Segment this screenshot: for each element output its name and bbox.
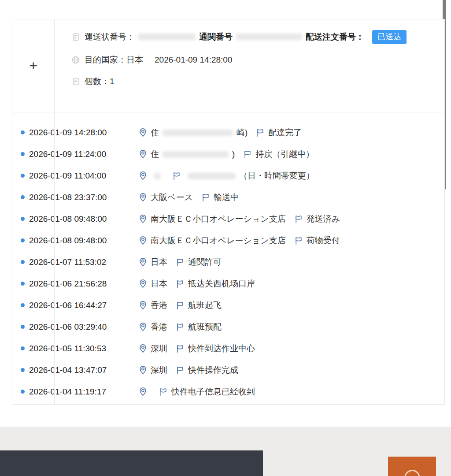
event-status: 配達完了	[268, 127, 302, 138]
timeline-dot	[21, 195, 25, 199]
event-time: 2026-01-04 13:47:07	[29, 365, 138, 375]
event-location-group: 住)	[138, 149, 235, 160]
timeline-dot	[21, 368, 25, 372]
location-pin-icon	[138, 214, 148, 223]
flag-icon	[176, 323, 185, 331]
timeline-row: 2026-01-06 03:29:40 香港 航班预配	[12, 316, 444, 338]
event-time: 2026-01-08 23:37:00	[29, 193, 138, 202]
event-status: 快件到达作业中心	[188, 343, 255, 354]
timeline-dot	[21, 390, 25, 394]
event-location: 深圳	[151, 343, 167, 354]
flag-icon	[176, 344, 185, 353]
event-time: 2026-01-05 11:30:53	[29, 344, 138, 353]
status-badge: 已送达	[372, 30, 407, 44]
timeline-dot	[21, 174, 25, 178]
event-time: 2026-01-08 09:48:00	[29, 214, 138, 224]
flag-icon	[201, 193, 210, 202]
location-pin-icon	[138, 257, 148, 267]
event-time: 2026-01-06 03:29:40	[29, 322, 138, 332]
flag-icon	[176, 301, 185, 310]
timeline: 2026-01-09 14:28:00 住崎) 配達完了 2026-01-09 …	[12, 112, 444, 404]
customs-value-redacted	[236, 33, 302, 40]
flag-icon	[243, 150, 252, 159]
location-pin-icon	[138, 128, 148, 137]
event-location-group: 日本	[138, 278, 167, 290]
timeline-row: 2026-01-06 21:56:28 日本 抵达关西机场口岸	[12, 273, 444, 294]
event-location-group: 住崎)	[138, 127, 248, 138]
expand-button[interactable]: +	[29, 59, 37, 73]
event-status-group: 配達完了	[256, 127, 302, 138]
waybill-row: 運送状番号： 通関番号 配送注文番号： 已送达	[71, 30, 444, 44]
service-icon	[404, 470, 420, 476]
event-status: 抵达关西机场口岸	[188, 278, 255, 290]
redacted-text	[163, 130, 233, 136]
tracking-card: + 運送状番号： 通関番号 配送注文番号： 已送达 目的国家：日本 20	[12, 19, 445, 405]
timeline-dot	[21, 217, 25, 221]
event-location: 南大阪ＥＣ小口オペレーション支店	[151, 213, 286, 225]
location-pin-icon	[138, 301, 148, 310]
document-icon	[71, 77, 80, 86]
event-status-group: 航班预配	[176, 321, 222, 333]
event-status: 輸送中	[214, 192, 239, 203]
event-status: 発送済み	[307, 213, 340, 225]
flag-icon	[294, 236, 303, 245]
customs-label: 通関番号	[199, 31, 233, 43]
event-time: 2026-01-06 21:56:28	[29, 279, 138, 289]
event-status: 持戻（引継中）	[255, 149, 314, 160]
flag-icon	[176, 366, 185, 375]
event-status-group: 通関許可	[176, 257, 222, 268]
flag-icon	[172, 171, 181, 180]
flag-icon	[294, 215, 303, 223]
location-pin-icon	[138, 149, 148, 159]
event-location-group: 深圳	[138, 364, 167, 376]
event-location-group: 深圳	[138, 343, 167, 354]
footer-dark-panel	[0, 450, 263, 476]
shipment-info: 運送状番号： 通関番号 配送注文番号： 已送达 目的国家：日本 2026-01-…	[55, 19, 444, 112]
document-icon	[71, 33, 80, 41]
event-location-group: 日本	[138, 257, 167, 268]
redacted-text	[188, 173, 236, 179]
event-status-group: 快件电子信息已经收到	[159, 386, 255, 398]
location-pin-icon	[138, 365, 148, 375]
timeline-dot	[21, 303, 25, 307]
location-pin-icon	[138, 344, 148, 353]
card-header-row: + 運送状番号： 通関番号 配送注文番号： 已送达 目的国家：日本 20	[12, 19, 444, 112]
location-pin-icon	[138, 171, 148, 180]
event-location-group: 香港	[138, 321, 167, 333]
customer-service-button[interactable]	[388, 457, 436, 476]
waybill-label: 運送状番号：	[85, 31, 135, 43]
timeline-row: 2026-01-05 11:30:53 深圳 快件到达作业中心	[12, 338, 444, 359]
event-status-group: 発送済み	[294, 213, 340, 225]
event-time: 2026-01-08 09:48:00	[29, 236, 138, 245]
flag-icon	[176, 258, 185, 267]
event-location: 南大阪ＥＣ小口オペレーション支店	[151, 235, 286, 246]
timeline-row: 2026-01-04 13:47:07 深圳 快件操作完成	[12, 359, 444, 381]
location-pin-icon	[138, 236, 148, 245]
event-time: 2026-01-09 11:24:00	[29, 149, 138, 159]
timeline-row: 2026-01-06 16:44:27 香港 航班起飞	[12, 294, 444, 316]
flag-icon	[176, 279, 185, 288]
timeline-row: 2026-01-07 11:53:02 日本 通関許可	[12, 251, 444, 273]
quantity-row: 個数：1	[71, 76, 444, 87]
timeline-row: 2026-01-09 11:24:00 住) 持戻（引継中）	[12, 143, 444, 165]
event-status-group: 快件操作完成	[176, 364, 238, 376]
waybill-value-redacted	[138, 33, 196, 40]
column-divider	[54, 112, 55, 404]
timeline-dot	[21, 282, 25, 286]
event-time: 2026-01-09 14:28:00	[29, 128, 138, 138]
event-status-group: 輸送中	[201, 192, 239, 203]
event-status-group: 快件到达作业中心	[176, 343, 255, 354]
event-time: 2026-01-06 16:44:27	[29, 301, 138, 310]
redacted-text	[154, 173, 160, 179]
timeline-dot	[21, 152, 25, 156]
event-time: 2026-01-07 11:53:02	[29, 257, 138, 267]
timeline-row: 2026-01-08 23:37:00 大阪ベース 輸送中	[12, 186, 444, 208]
flag-icon	[159, 387, 168, 396]
event-location: 住崎)	[151, 127, 248, 138]
event-location: 香港	[151, 300, 167, 311]
flag-icon	[256, 128, 265, 137]
event-status-group: 荷物受付	[294, 235, 340, 246]
event-location-group: 南大阪ＥＣ小口オペレーション支店	[138, 213, 286, 225]
timeline-dot	[21, 325, 25, 329]
destination-label: 目的国家：日本	[85, 54, 143, 66]
